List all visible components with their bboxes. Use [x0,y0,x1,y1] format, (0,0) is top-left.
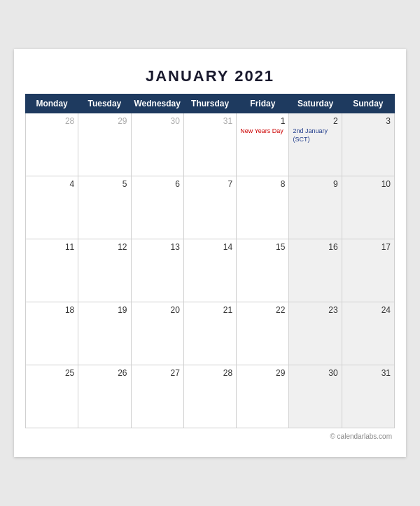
day-number: 31 [188,116,232,126]
day-cell: 19 [78,302,131,365]
day-number: 29 [82,116,127,126]
day-cell: 12 [78,239,131,302]
day-cell: 31 [342,365,394,428]
calendar-container: JANUARY 2021 MondayTuesdayWednesdayThurs… [14,49,406,457]
day-number: 16 [293,242,337,252]
day-number: 4 [29,179,74,189]
header-sunday: Sunday [342,94,394,113]
day-cell: 30 [289,365,342,428]
day-number: 23 [293,305,337,315]
day-cell: 26 [78,365,131,428]
day-number: 1 [240,116,285,126]
header-tuesday: Tuesday [78,94,131,113]
day-number: 30 [293,368,337,378]
day-number: 8 [240,179,285,189]
day-cell: 23 [289,302,342,365]
calendar-table: MondayTuesdayWednesdayThursdayFridaySatu… [25,94,395,428]
day-number: 12 [82,242,127,252]
day-number: 27 [135,368,180,378]
header-row: MondayTuesdayWednesdayThursdayFridaySatu… [26,94,395,113]
day-number: 6 [135,179,180,189]
day-number: 10 [346,179,391,189]
day-number: 2 [293,116,337,126]
day-cell: 28 [26,113,78,176]
day-number: 18 [29,305,74,315]
day-number: 24 [346,305,391,315]
header-thursday: Thursday [183,94,236,113]
day-cell: 8 [237,176,289,239]
day-cell: 16 [289,239,342,302]
day-cell: 4 [26,176,78,239]
header-friday: Friday [237,94,289,113]
day-number: 17 [346,242,391,252]
day-cell: 29 [78,113,131,176]
day-number: 11 [29,242,74,252]
day-cell: 6 [131,176,183,239]
week-row-4: 25262728293031 [26,365,395,428]
day-number: 31 [346,368,391,378]
calendar-title: JANUARY 2021 [25,60,395,94]
day-number: 15 [240,242,285,252]
header-saturday: Saturday [289,94,342,113]
day-number: 3 [346,116,391,126]
week-row-1: 45678910 [26,176,395,239]
day-cell: 17 [342,239,394,302]
day-number: 25 [29,368,74,378]
day-number: 20 [135,305,180,315]
holiday-text: 2nd January (SCT) [293,127,337,143]
day-cell: 9 [289,176,342,239]
day-cell: 15 [237,239,289,302]
day-cell: 31 [183,113,236,176]
calendar-footer: © calendarlabs.com [25,433,395,440]
day-cell: 22nd January (SCT) [289,113,342,176]
day-number: 9 [293,179,337,189]
day-cell: 25 [26,365,78,428]
day-cell: 24 [342,302,394,365]
day-number: 13 [135,242,180,252]
day-cell: 30 [131,113,183,176]
day-cell: 7 [183,176,236,239]
day-number: 7 [188,179,232,189]
day-number: 19 [82,305,127,315]
day-cell: 28 [183,365,236,428]
week-row-2: 11121314151617 [26,239,395,302]
day-cell: 11 [26,239,78,302]
day-number: 29 [240,368,285,378]
day-number: 26 [82,368,127,378]
day-cell: 5 [78,176,131,239]
day-number: 30 [135,116,180,126]
day-cell: 14 [183,239,236,302]
day-number: 22 [240,305,285,315]
day-number: 21 [188,305,232,315]
day-number: 14 [188,242,232,252]
day-number: 28 [188,368,232,378]
day-number: 5 [82,179,127,189]
week-row-3: 18192021222324 [26,302,395,365]
day-cell: 21 [183,302,236,365]
day-cell: 18 [26,302,78,365]
day-cell: 22 [237,302,289,365]
day-cell: 10 [342,176,394,239]
day-cell: 29 [237,365,289,428]
header-monday: Monday [26,94,78,113]
week-row-0: 282930311New Years Day22nd January (SCT)… [26,113,395,176]
day-cell: 1New Years Day [237,113,289,176]
day-cell: 13 [131,239,183,302]
day-cell: 20 [131,302,183,365]
day-cell: 3 [342,113,394,176]
header-wednesday: Wednesday [131,94,183,113]
day-cell: 27 [131,365,183,428]
holiday-text: New Years Day [240,127,285,136]
day-number: 28 [29,116,74,126]
